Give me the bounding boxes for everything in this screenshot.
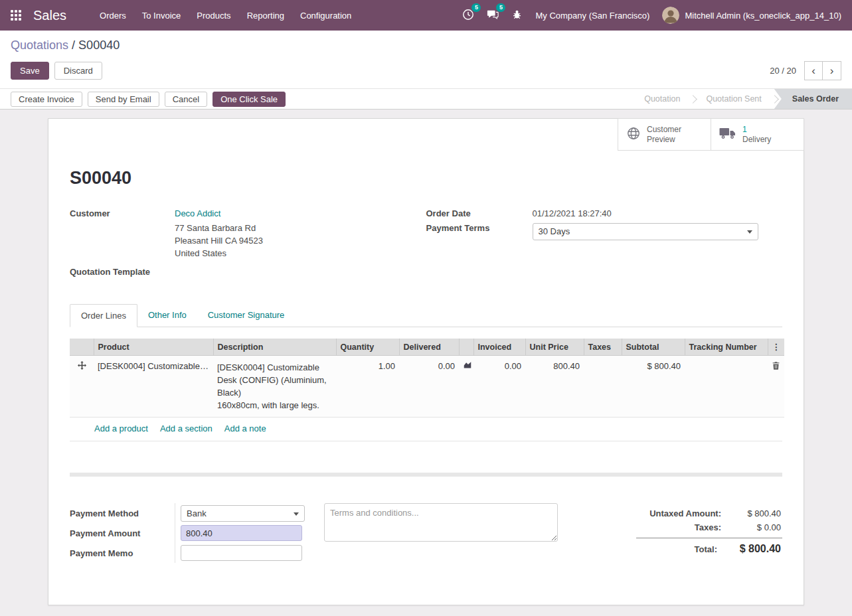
optional-columns-icon[interactable]: ⋮ — [768, 339, 784, 356]
menu-to-invoice[interactable]: To Invoice — [134, 7, 189, 25]
cell-taxes[interactable] — [584, 356, 622, 418]
send-by-email-button[interactable]: Send by Email — [88, 92, 159, 107]
forecast-column-header — [459, 339, 473, 356]
apps-menu-icon[interactable] — [11, 10, 21, 21]
payment-memo-label: Payment Memo — [70, 543, 175, 563]
drag-handle-icon[interactable] — [70, 356, 94, 418]
discard-button[interactable]: Discard — [54, 62, 102, 80]
add-a-note-link[interactable]: Add a note — [224, 424, 266, 433]
right-field-group: Order Date 01/12/2021 18:27:40 Payment T… — [426, 207, 783, 280]
payment-method-select[interactable]: Bank — [181, 505, 305, 522]
user-avatar — [662, 7, 679, 24]
truck-icon — [719, 127, 736, 142]
quotation-template-field[interactable] — [175, 266, 426, 277]
control-panel-actions: Save Discard 20 / 20 ‹ › — [11, 61, 841, 80]
delete-line-icon[interactable] — [768, 356, 784, 418]
tab-order-lines[interactable]: Order Lines — [70, 304, 137, 327]
menu-orders[interactable]: Orders — [92, 7, 134, 25]
unit-price-column-header[interactable]: Unit Price — [525, 339, 584, 356]
product-column-header[interactable]: Product — [94, 339, 213, 356]
company-switcher[interactable]: My Company (San Francisco) — [535, 11, 649, 21]
stage-quotation[interactable]: Quotation — [631, 89, 693, 109]
chevron-down-icon — [294, 512, 299, 516]
menu-configuration[interactable]: Configuration — [292, 7, 359, 25]
cell-quantity[interactable]: 1.00 — [336, 356, 399, 418]
messages-button[interactable]: 5 — [487, 9, 499, 23]
tracking-number-column-header[interactable]: Tracking Number — [685, 339, 768, 356]
payment-amount-input[interactable] — [181, 525, 302, 541]
cell-tracking-number[interactable] — [685, 356, 768, 418]
customer-label: Customer — [70, 207, 175, 218]
create-invoice-button[interactable]: Create Invoice — [11, 92, 82, 107]
navbar-systray: 5 5 My Company (San Francisco) Mitchell … — [462, 7, 841, 24]
breadcrumb-separator: / — [72, 38, 75, 52]
breadcrumb-current: S00040 — [78, 38, 120, 52]
customer-preview-label-line1: Customer — [647, 125, 681, 135]
cell-product[interactable]: [DESK0004] Customizable … — [94, 356, 213, 418]
table-footer-links: Add a product Add a section Add a note — [70, 418, 782, 441]
order-date-value[interactable]: 01/12/2021 18:27:40 — [533, 207, 783, 218]
activities-button[interactable]: 5 — [462, 9, 474, 23]
left-field-group: Customer Deco Addict 77 Santa Barbara Rd… — [70, 207, 426, 280]
user-name: Mitchell Admin (ks_oneclick_app_14_10) — [685, 11, 841, 21]
cell-delivered[interactable]: 0.00 — [399, 356, 459, 418]
invoiced-column-header[interactable]: Invoiced — [473, 339, 525, 356]
pager-next-button[interactable]: › — [823, 61, 841, 80]
add-a-product-link[interactable]: Add a product — [94, 424, 148, 433]
forecast-chart-icon[interactable] — [459, 356, 473, 418]
delivered-column-header[interactable]: Delivered — [399, 339, 459, 356]
stage-sales-order[interactable]: Sales Order — [774, 89, 852, 109]
address-street: 77 Santa Barbara Rd — [175, 222, 426, 234]
taxes-label: Taxes: — [695, 522, 721, 532]
chevron-down-icon — [747, 230, 752, 234]
payment-memo-input[interactable] — [181, 545, 302, 561]
customer-preview-label-line2: Preview — [647, 135, 681, 145]
notebook-tabs: Order Lines Other Info Customer Signatur… — [70, 304, 782, 327]
pager-previous-button[interactable]: ‹ — [804, 61, 823, 80]
address-country: United States — [175, 247, 426, 260]
tab-customer-signature[interactable]: Customer Signature — [197, 304, 296, 327]
delivery-label: Delivery — [742, 135, 771, 145]
cell-unit-price[interactable]: 800.40 — [525, 356, 584, 418]
menu-products[interactable]: Products — [189, 7, 238, 25]
address-city: Pleasant Hill CA 94523 — [175, 234, 426, 247]
customer-link[interactable]: Deco Addict — [175, 208, 220, 218]
taxes-value: $ 0.00 — [721, 522, 781, 532]
customer-preview-button[interactable]: Customer Preview — [618, 118, 711, 151]
subtotal-column-header[interactable]: Subtotal — [622, 339, 685, 356]
stage-quotation-sent[interactable]: Quotation Sent — [693, 89, 774, 109]
table-header-row: Product Description Quantity Delivered I… — [70, 339, 784, 356]
payment-amount-label: Payment Amount — [70, 523, 175, 543]
cell-description[interactable]: [DESK0004] Customizable Desk (CONFIG) (A… — [213, 356, 336, 418]
cancel-button[interactable]: Cancel — [165, 92, 207, 107]
form-view-content: Customer Preview 1 Delivery S00040 Custo… — [0, 110, 852, 616]
cell-invoiced[interactable]: 0.00 — [473, 356, 525, 418]
menu-reporting[interactable]: Reporting — [239, 7, 292, 25]
tab-other-info[interactable]: Other Info — [137, 304, 197, 327]
description-column-header[interactable]: Description — [213, 339, 336, 356]
save-button[interactable]: Save — [11, 62, 49, 80]
total-value: $ 800.40 — [717, 543, 781, 555]
button-box: Customer Preview 1 Delivery — [618, 118, 804, 151]
order-line-row[interactable]: [DESK0004] Customizable … [DESK0004] Cus… — [70, 356, 784, 418]
pager-count: 20 / 20 — [770, 66, 796, 76]
totals-block: Untaxed Amount: $ 800.40 Taxes: $ 0.00 T… — [636, 503, 782, 557]
bug-icon — [511, 9, 523, 22]
add-a-section-link[interactable]: Add a section — [160, 424, 213, 433]
breadcrumb-quotations-link[interactable]: Quotations — [11, 38, 68, 52]
untaxed-amount-value: $ 800.40 — [721, 508, 781, 518]
user-menu[interactable]: Mitchell Admin (ks_oneclick_app_14_10) — [662, 7, 841, 24]
debug-button[interactable] — [511, 9, 523, 22]
payment-method-label: Payment Method — [70, 503, 175, 523]
form-sheet: Customer Preview 1 Delivery S00040 Custo… — [48, 118, 804, 605]
delivery-button[interactable]: 1 Delivery — [711, 118, 804, 151]
payment-terms-select[interactable]: 30 Days — [533, 223, 758, 240]
quantity-column-header[interactable]: Quantity — [336, 339, 399, 356]
app-name[interactable]: Sales — [33, 8, 66, 23]
taxes-column-header[interactable]: Taxes — [584, 339, 622, 356]
globe-icon — [626, 126, 641, 143]
cell-subtotal[interactable]: $ 800.40 — [622, 356, 685, 418]
one-click-sale-button[interactable]: One Click Sale — [213, 92, 286, 107]
terms-and-conditions-textarea[interactable] — [324, 503, 558, 542]
delivery-count: 1 — [742, 125, 771, 135]
